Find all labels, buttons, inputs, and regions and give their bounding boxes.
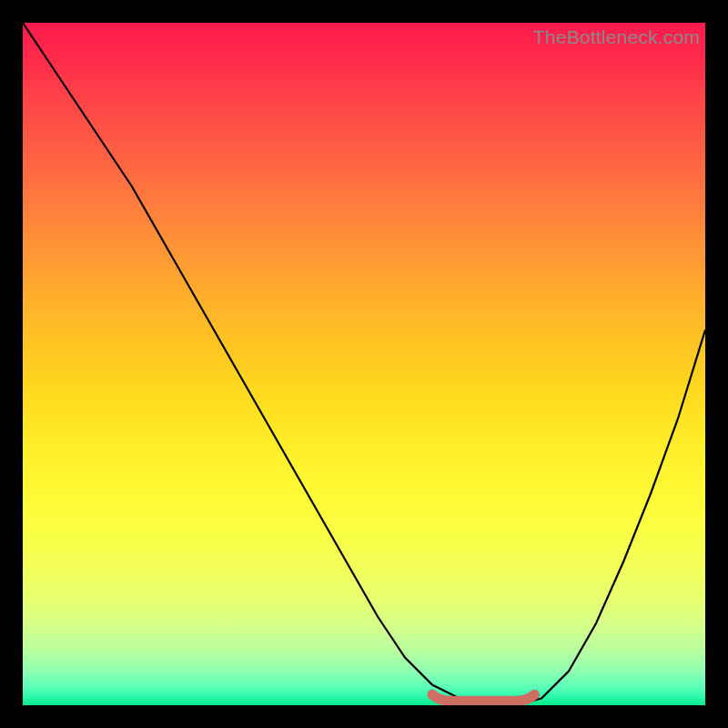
bottleneck-curve <box>23 23 705 705</box>
chart-svg <box>23 23 705 705</box>
optimal-range-marker <box>432 694 535 701</box>
plot-area: TheBottleneck.com <box>23 23 705 705</box>
chart-frame: TheBottleneck.com <box>0 0 728 728</box>
